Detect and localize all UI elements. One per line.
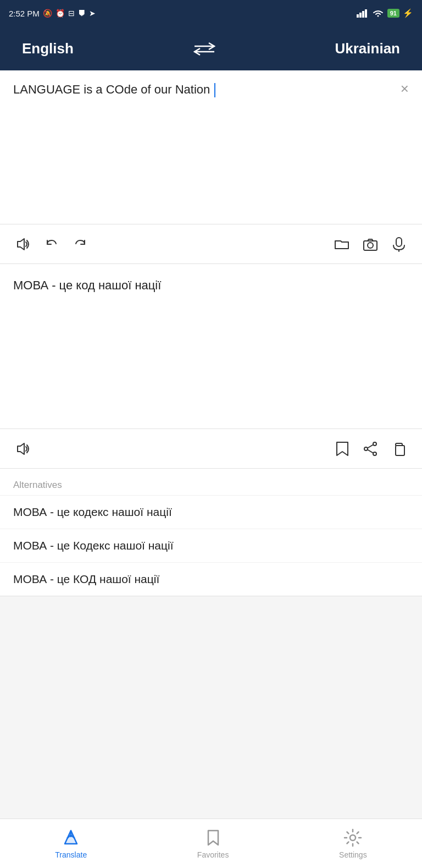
translate-icon [62,828,80,847]
text-cursor [214,83,215,97]
nav-settings[interactable]: Settings [339,828,367,859]
toolbar-right [334,237,407,252]
swap-language-button[interactable] [193,40,215,58]
svg-rect-17 [396,446,404,455]
svg-rect-1 [359,13,362,18]
output-toolbar [0,429,422,469]
svg-point-8 [368,243,373,248]
alternatives-section: Alternatives МОВА - це кодекс нашої наці… [0,469,422,596]
mute-icon: 🔕 [43,9,52,18]
shield-icon: ⛊ [78,9,86,18]
settings-icon [343,828,362,847]
nav-favorites-label: Favorites [197,850,229,859]
svg-rect-9 [396,238,402,246]
alternative-item-2[interactable]: МОВА - це Кодекс нашої нації [0,529,422,562]
output-area: МОВА - це код нашої нації [0,264,422,429]
nav-favorites[interactable]: Favorites [197,828,229,859]
clear-button[interactable]: × [401,81,409,96]
redo-button[interactable] [73,237,88,252]
battery-display: 91 [387,9,399,18]
navigation-icon: ➤ [89,9,96,18]
input-toolbar [0,224,422,264]
undo-button[interactable] [44,237,59,252]
battery-charging-icon: ⚡ [403,8,413,18]
status-right: 91 ⚡ [357,8,413,18]
svg-point-12 [373,442,376,446]
bookmark-button[interactable] [335,441,349,457]
svg-line-15 [368,444,373,448]
input-text[interactable]: LANGUAGE is a COde of our Nation [13,81,409,98]
signal-icon [357,9,369,18]
svg-rect-0 [357,14,359,18]
favorites-icon [204,828,223,847]
target-language[interactable]: Ukrainian [335,40,401,57]
svg-marker-11 [18,443,24,454]
status-bar: 2:52 PM 🔕 ⏰ ⊟ ⛊ ➤ 91 ⚡ [0,0,422,26]
microphone-button[interactable] [391,237,407,252]
language-header: English Ukrainian [0,26,422,70]
svg-rect-2 [362,11,364,18]
copy-button[interactable] [391,441,407,457]
status-left: 2:52 PM 🔕 ⏰ ⊟ ⛊ ➤ [9,9,96,18]
time-display: 2:52 PM [9,9,40,18]
alternative-item-3[interactable]: МОВА - це КОД нашої нації [0,562,422,596]
source-language[interactable]: English [22,40,74,57]
input-text-content: LANGUAGE is a COde of our Nation [13,83,210,96]
camera-button[interactable] [363,237,378,252]
nav-settings-label: Settings [339,850,367,859]
toolbar-left [15,237,88,252]
output-actions [335,441,407,457]
svg-point-14 [373,452,376,455]
alternative-item-1[interactable]: МОВА - це кодекс нашої нації [0,495,422,529]
sync-icon: ⊟ [68,9,75,18]
nav-translate[interactable]: Translate [55,828,87,859]
svg-line-16 [368,449,373,453]
input-area[interactable]: LANGUAGE is a COde of our Nation × [0,70,422,224]
folder-button[interactable] [334,237,349,252]
nav-translate-label: Translate [55,850,87,859]
speaker-button[interactable] [15,237,31,252]
output-text: МОВА - це код нашої нації [13,277,409,294]
alarm-icon: ⏰ [55,9,65,18]
wifi-icon [372,9,384,18]
svg-point-21 [350,835,356,840]
share-button[interactable] [363,441,378,457]
svg-rect-3 [365,9,367,18]
svg-point-13 [364,447,368,451]
alternatives-label: Alternatives [0,469,422,495]
output-speaker-button[interactable] [15,441,31,457]
bottom-nav: Translate Favorites Settings [0,818,422,868]
svg-marker-6 [18,239,24,250]
